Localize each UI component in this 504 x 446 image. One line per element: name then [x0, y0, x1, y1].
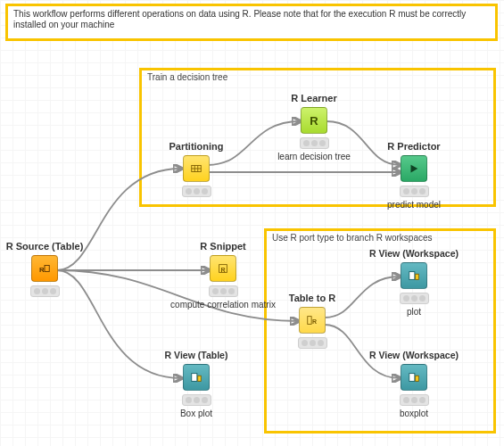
r-learner-icon[interactable]: R — [301, 107, 327, 134]
svg-rect-10 — [308, 317, 311, 325]
r-source-icon[interactable]: R — [31, 255, 58, 282]
group-branch-title: Use R port type to branch R workspaces — [272, 233, 433, 243]
svg-text:R: R — [220, 267, 225, 273]
node-r-predictor-subtitle: predict model — [360, 200, 467, 210]
svg-rect-9 — [198, 376, 202, 381]
svg-rect-14 — [409, 374, 415, 382]
node-r-view-table-subtitle: Box plot — [143, 409, 250, 418]
node-r-predictor-status — [400, 186, 429, 197]
svg-rect-15 — [416, 376, 419, 381]
svg-rect-1 — [45, 266, 49, 272]
svg-rect-12 — [409, 272, 415, 280]
node-r-view-ws-plot-subtitle: plot — [360, 307, 467, 317]
node-r-view-table[interactable]: R View (Table) Box plot — [143, 350, 250, 418]
partitioning-icon[interactable] — [183, 155, 210, 182]
r-view-ws-plot-icon[interactable] — [401, 262, 427, 289]
r-glyph-icon: R — [310, 114, 318, 128]
node-r-learner-status — [300, 137, 329, 149]
r-view-table-icon[interactable] — [183, 364, 210, 391]
r-predictor-icon[interactable] — [401, 155, 427, 182]
node-r-view-ws-boxplot-title: R View (Workspace) — [360, 350, 467, 360]
group-train-title: Train a decision tree — [147, 72, 227, 82]
svg-text:R: R — [312, 318, 317, 325]
node-r-source-title: R Source (Table) — [0, 241, 98, 252]
svg-text:R: R — [39, 266, 45, 274]
info-banner-text: This workflow performs different operati… — [13, 9, 466, 29]
node-partitioning-status — [182, 186, 211, 197]
node-r-learner-title: R Learner — [260, 93, 368, 103]
node-r-snippet-status — [209, 285, 238, 297]
node-r-view-table-status — [182, 394, 211, 406]
info-banner: This workflow performs different operati… — [5, 4, 498, 41]
table-to-r-icon[interactable]: R — [299, 307, 326, 334]
node-r-view-ws-boxplot-status — [400, 394, 429, 406]
r-snippet-icon[interactable]: R — [210, 255, 236, 282]
node-r-view-ws-plot-title: R View (Workspace) — [360, 248, 467, 259]
svg-rect-8 — [192, 374, 197, 382]
node-table-to-r-status — [298, 337, 327, 349]
node-partitioning-title: Partitioning — [143, 141, 250, 152]
node-r-source[interactable]: R Source (Table) R — [0, 241, 98, 300]
node-r-view-table-title: R View (Table) — [143, 350, 250, 360]
node-table-to-r-title: Table to R — [259, 293, 366, 303]
node-r-predictor-title: R Predictor — [360, 141, 467, 152]
svg-rect-13 — [416, 274, 419, 279]
node-r-learner-subtitle: learn decision tree — [260, 152, 368, 161]
node-r-view-ws-boxplot-subtitle: boxplot — [360, 409, 467, 418]
node-r-view-ws-plot-status — [400, 293, 429, 304]
node-r-source-status — [30, 285, 60, 297]
r-view-ws-boxplot-icon[interactable] — [401, 364, 427, 391]
node-r-snippet-title: R Snippet — [169, 241, 277, 252]
